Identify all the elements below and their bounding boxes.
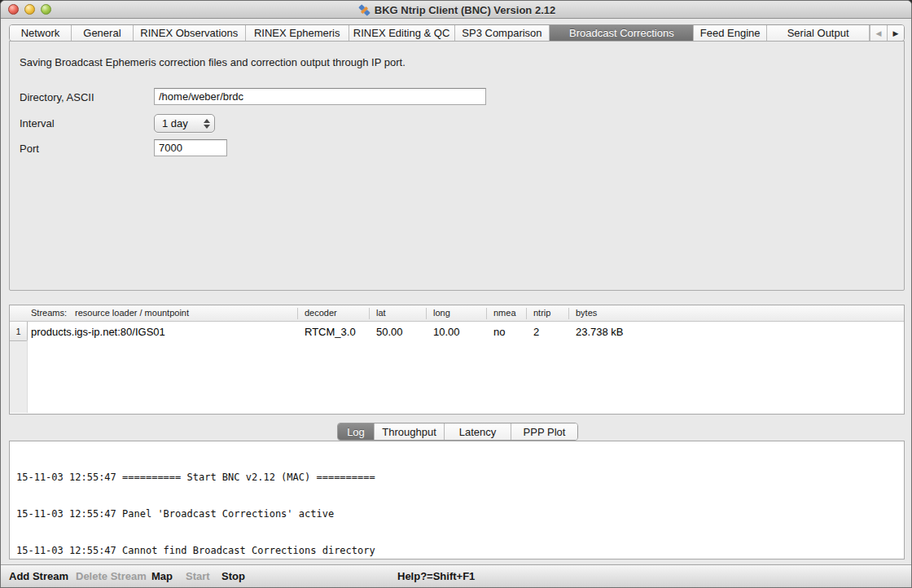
tab-general[interactable]: General — [71, 25, 133, 41]
log-line: 15-11-03 12:55:47 ========== Start BNC v… — [16, 472, 897, 484]
header-mountpoint: resource loader / mountpoint — [75, 308, 189, 318]
cell-decoder: RTCM_3.0 — [305, 326, 356, 338]
dropdown-stepper-icon — [200, 119, 214, 129]
log-output[interactable]: 15-11-03 12:55:47 ========== Start BNC v… — [9, 441, 905, 559]
tab-feed-engine[interactable]: Feed Engine — [693, 25, 766, 41]
map-button[interactable]: Map — [151, 565, 173, 587]
tab-sp3-comparison[interactable]: SP3 Comparison — [454, 25, 550, 41]
broadcast-corrections-panel: Saving Broadcast Ephemeris correction fi… — [9, 41, 905, 291]
panel-description: Saving Broadcast Ephemeris correction fi… — [20, 56, 406, 68]
interval-label: Interval — [20, 117, 55, 129]
bottom-toolbar: Add Stream Delete Stream Map Start Stop … — [1, 564, 912, 587]
streams-table: Streams: resource loader / mountpoint de… — [9, 305, 905, 415]
cell-nmea: no — [493, 326, 505, 338]
port-label: Port — [20, 143, 39, 155]
log-line: 15-11-03 12:55:47 Panel 'Broadcast Corre… — [16, 508, 897, 520]
streams-table-header: Streams: resource loader / mountpoint de… — [10, 305, 904, 322]
header-decoder: decoder — [305, 308, 337, 318]
help-hint: Help?=Shift+F1 — [397, 565, 475, 587]
header-separator — [426, 308, 427, 319]
directory-input[interactable] — [154, 88, 486, 105]
header-nmea: nmea — [493, 308, 516, 318]
window-title: BKG Ntrip Client (BNC) Version 2.12 — [375, 4, 555, 16]
cell-lat: 50.00 — [376, 326, 403, 338]
table-row[interactable]: products.igs-ip.net:80/IGS01 RTCM_3.0 50… — [10, 322, 904, 341]
row-header-strip — [10, 341, 28, 413]
row-number: 1 — [10, 322, 28, 341]
cell-ntrip: 2 — [533, 326, 539, 338]
tab-scroll-right-icon[interactable]: ▶ — [887, 25, 904, 41]
header-bytes: bytes — [576, 308, 597, 318]
title-wrap: BKG Ntrip Client (BNC) Version 2.12 — [1, 1, 912, 19]
log-tab-bar: Log Throughput Latency PPP Plot — [337, 423, 578, 441]
tab-rinex-observations[interactable]: RINEX Observations — [133, 25, 245, 41]
start-button[interactable]: Start — [186, 565, 210, 587]
header-lat: lat — [376, 308, 386, 318]
header-streams-label: Streams: — [31, 308, 67, 318]
log-line: 15-11-03 12:55:47 Cannot find Broadcast … — [16, 545, 897, 557]
stop-button[interactable]: Stop — [221, 565, 245, 587]
tab-log[interactable]: Log — [338, 423, 374, 440]
title-bar[interactable]: BKG Ntrip Client (BNC) Version 2.12 — [1, 1, 912, 19]
delete-stream-button[interactable]: Delete Stream — [76, 565, 147, 587]
tab-throughput[interactable]: Throughput — [374, 423, 444, 440]
tab-scroll-left-icon[interactable]: ◀ — [870, 25, 887, 41]
app-window: BKG Ntrip Client (BNC) Version 2.12 Netw… — [0, 0, 912, 588]
add-stream-button[interactable]: Add Stream — [9, 565, 68, 587]
header-separator — [568, 308, 569, 319]
tab-network[interactable]: Network — [10, 25, 71, 41]
tab-rinex-editing-qc[interactable]: RINEX Editing & QC — [349, 25, 454, 41]
header-ntrip: ntrip — [533, 308, 550, 318]
tab-broadcast-corrections[interactable]: Broadcast Corrections — [549, 25, 693, 41]
header-separator — [369, 308, 370, 319]
header-separator — [526, 308, 527, 319]
cell-long: 10.00 — [433, 326, 460, 338]
cell-mountpoint: products.igs-ip.net:80/IGS01 — [31, 326, 165, 338]
tab-serial-output[interactable]: Serial Output — [766, 25, 869, 41]
main-tab-bar: Network General RINEX Observations RINEX… — [9, 24, 905, 42]
interval-select[interactable]: 1 day — [154, 114, 215, 133]
header-long: long — [433, 308, 450, 318]
interval-selected-value: 1 day — [155, 117, 200, 129]
tab-rinex-ephemeris[interactable]: RINEX Ephemeris — [245, 25, 349, 41]
tab-ppp-plot[interactable]: PPP Plot — [511, 423, 577, 440]
cell-bytes: 23.738 kB — [576, 326, 624, 338]
header-separator — [297, 308, 298, 319]
directory-label: Directory, ASCII — [20, 91, 94, 103]
app-icon — [358, 4, 370, 16]
tab-latency[interactable]: Latency — [444, 423, 511, 440]
header-separator — [486, 308, 487, 319]
port-input[interactable] — [154, 139, 227, 156]
